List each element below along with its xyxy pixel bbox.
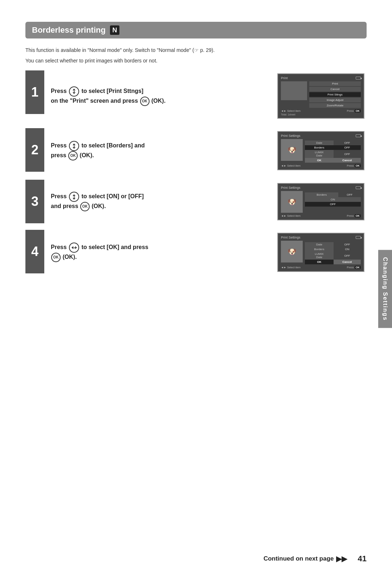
step-4-bottom-right: Press OK [347,266,361,269]
step-4-val-borders: ON [334,247,361,252]
step-4-screen-title: Print Settings [281,236,301,239]
step-3-ok-btn: OK [80,202,90,211]
page-number: 41 [358,554,367,563]
step-2-ok-badge: OK [355,164,361,167]
step-4-row-date: Date OFF [305,242,361,247]
bottom-bar: Continued on next page ▶▶ 41 [0,554,392,563]
step-4-screen-bottom: ◄► Select item Press OK [281,266,361,269]
arrow-down-icon [73,198,75,200]
step-3-row-off: OFF [305,202,361,207]
title-bar: Borderless printing N [25,22,367,38]
step-3-number: 3 [25,180,44,223]
step-4-bottom-left: ◄► Select item [281,266,301,269]
step-4-btn-ok: OK [305,260,334,264]
step-4-lr-btn [69,243,79,253]
step-4-ok-btn: OK [51,253,61,262]
step-3-screen-topbar: Print Settings [281,186,361,190]
step-4-label-borders: Borders [305,247,334,252]
arrow-dot [74,146,75,147]
step-1-screen-bottom: ◄► Select item Press OK [281,109,361,113]
step-4-btn-cancel: Cancel [334,260,361,264]
step-1-menu-print: Print [309,81,361,86]
step-1-menu-sttngs: Print Sttngs [309,92,361,97]
n-badge: N [110,25,119,35]
arrow-up-icon [73,194,75,196]
step-2-val-date: OFF [334,141,361,145]
step-4-screen-body: 🐶 Date OFF Borders ON [281,241,361,264]
intro-text-1: This function is available in "Normal mo… [25,46,367,54]
step-3-val-borders: OFF [338,192,361,197]
step-4-screen: Print Settings 🐶 Date OFF [272,230,367,275]
step-4-val-date: OFF [334,242,361,247]
step-2-screen-bottom: ◄► Select item Press OK [281,164,361,167]
step-2-instruction: Press to select [Borders] andpress OK (O… [44,128,272,173]
step-3-option-on: ON [305,197,361,202]
step-4-screen-table-wrap: Date OFF Borders ON LUMIXDate OFF [305,241,361,264]
arrow-left-icon [72,246,73,249]
step-1-photo-placeholder [281,81,307,100]
step-2-post: (OK). [80,152,94,158]
step-3-mockup: Print Settings 🐶 Borders OFF [277,183,364,220]
step-1-menu-zoom: Zoom/Rotate [309,103,361,108]
step-1-ok-btn: OK [140,97,150,106]
intro-text-2: You can select whether to print images w… [25,57,367,65]
step-2-label-lumix: LUMIXDate [305,150,334,158]
step-2-dog-placeholder: 🐶 [281,139,303,161]
step-4-post: (OK). [62,254,77,260]
sidebar-label: Changing Settings [382,257,388,321]
step-3-screen-bottom: ◄► Select item Press OK [281,214,361,217]
step-2-screen-table-wrap: Date OFF Borders OFF LUMIXDate OFF [305,139,361,163]
step-2-ok-btn: OK [68,151,78,160]
step-1-menu-image: Image Adjust [309,98,361,102]
step-3-row: 3 Press to select [ON] or [OFF]and press… [25,180,367,223]
step-4-val-lumix: OFF [334,252,361,260]
step-4-screen-topbar: Print Settings [281,236,361,239]
page-content: Borderless printing N This function is a… [0,0,392,303]
step-3-bottom-right: Press OK [347,214,361,217]
step-2-mockup: Print Settings 🐶 Date OFF [277,131,364,170]
arrow-up-icon [73,89,75,90]
step-2-label-date: Date [305,141,334,145]
step-4-mid: to select [OK] and press [82,244,148,250]
step-4-mockup: Print Settings 🐶 Date OFF [277,233,364,272]
step-2-number: 2 [25,128,44,172]
step-3-ok-badge: OK [355,214,361,217]
step-2-val-lumix: OFF [334,150,361,158]
step-4-ok-badge: OK [355,266,361,269]
step-2-btn-ok: OK [305,158,334,163]
arrow-right-icon [75,246,77,249]
arrow-dot [74,91,75,92]
page-title: Borderless printing [32,25,106,35]
step-2-screen-title: Print Settings [281,134,301,138]
step-3-battery-icon [356,186,361,189]
step-4-label-date: Date [305,242,334,247]
sidebar-changing-settings: Changing Settings [378,250,392,328]
step-2-row-lumix: LUMIXDate OFF [305,150,361,158]
arrow-dot [74,196,75,198]
step-2-screen: Print Settings 🐶 Date OFF [272,128,367,173]
step-1-mockup: Print Print Cancel Print Sttngs Image Ad… [277,73,364,119]
step-3-dog-placeholder: 🐶 [281,191,303,213]
step-2-row: 2 Press to select [Borders] andpress OK … [25,128,367,173]
step-1-row: 1 Press to select [Print Sttngs]on the "… [25,70,367,122]
step-1-instruction: Press to select [Print Sttngs]on the "Pr… [44,70,272,122]
step-3-screen-table: Borders OFF ON OFF [305,192,361,207]
step-3-option-off: OFF [305,202,361,207]
step-3-screen: Print Settings 🐶 Borders OFF [272,180,367,223]
step-1-number: 1 [25,70,44,114]
step-1-screen-topbar: Print [281,76,361,80]
step-1-total: Total: 1sheet [281,113,361,116]
step-2-num-col: 2 [25,128,44,173]
arrow-down-icon [73,92,75,94]
step-3-screen-title: Print Settings [281,186,301,190]
step-3-updown-btn [69,192,79,202]
step-2-btn-cancel: Cancel [334,158,361,163]
double-arrow-icon: ▶▶ [336,554,347,563]
step-1-battery-icon [356,77,361,80]
step-1-screen-body: Print Cancel Print Sttngs Image Adjust Z… [281,81,361,108]
step-1-post: (OK). [151,98,166,104]
step-4-row: 4 Press to select [OK] and press OK (OK)… [25,230,367,275]
step-1-screen-menu: Print Cancel Print Sttngs Image Adjust Z… [309,81,361,108]
step-1-updown-btn [69,86,79,97]
step-4-row-lumix: LUMIXDate OFF [305,252,361,260]
